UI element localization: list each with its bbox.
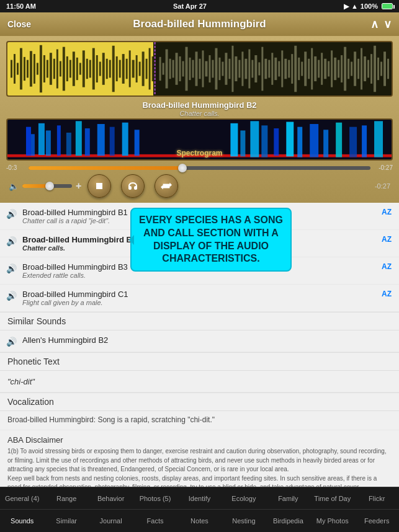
svg-rect-119 (46, 130, 51, 156)
svg-rect-86 (294, 46, 297, 92)
nav-row-1: General (4) Range Behavior Photos (5) Id… (0, 487, 399, 510)
svg-rect-26 (96, 55, 98, 82)
svg-rect-50 (176, 53, 178, 85)
svg-rect-62 (215, 48, 217, 90)
headphone-button[interactable] (121, 174, 145, 198)
speaker-icon[interactable]: 🔊 (6, 236, 17, 246)
svg-rect-109 (370, 54, 372, 84)
track-name: Broad-billed Hummingbird B2 (6, 100, 393, 110)
svg-rect-138 (349, 127, 357, 157)
headphone-icon (127, 181, 138, 191)
svg-rect-60 (208, 55, 210, 82)
time-start: -0:3 (6, 164, 25, 171)
nav-range[interactable]: Range (44, 487, 88, 509)
nav-flickr[interactable]: Flickr (355, 487, 399, 509)
nav-general[interactable]: General (4) (0, 487, 44, 509)
svg-rect-136 (323, 130, 328, 157)
svg-rect-76 (261, 47, 263, 91)
svg-rect-94 (321, 53, 323, 85)
svg-rect-4 (24, 57, 25, 81)
svg-rect-1 (14, 54, 16, 84)
recording-item[interactable]: 🔊 Broad-billed Hummingbird C1 Flight cal… (0, 285, 399, 312)
progress-fill (29, 166, 182, 170)
nav-facts[interactable]: Facts (133, 510, 177, 532)
svg-rect-93 (318, 60, 320, 78)
svg-rect-140 (374, 121, 383, 157)
prev-button[interactable]: ∧ (370, 19, 379, 30)
nav-birdipedia[interactable]: Birdipedia (266, 510, 310, 532)
svg-rect-0 (11, 60, 12, 78)
svg-rect-124 (97, 124, 105, 156)
speaker-icon[interactable]: 🔊 (6, 209, 17, 219)
close-button[interactable]: Close (7, 19, 31, 29)
phonetic-text: "chi-dit" (7, 377, 35, 386)
progress-bar[interactable] (29, 166, 370, 170)
svg-rect-29 (106, 59, 108, 79)
nav-similar[interactable]: Similar (44, 510, 88, 532)
volume-icon: 🔈 (9, 182, 19, 191)
svg-rect-127 (135, 130, 140, 156)
nav-behavior[interactable]: Behavior (89, 487, 133, 509)
az-badge[interactable]: AZ (382, 290, 392, 298)
svg-rect-57 (199, 59, 201, 79)
svg-rect-12 (50, 53, 52, 85)
waveform-display[interactable] (6, 41, 393, 97)
svg-rect-134 (297, 127, 302, 157)
svg-rect-96 (328, 61, 330, 77)
svg-rect-99 (338, 60, 339, 78)
audio-player: Broad-billed Hummingbird B2 Chatter call… (0, 36, 399, 203)
svg-rect-85 (291, 54, 293, 84)
next-button[interactable]: ∨ (383, 19, 392, 30)
az-badge[interactable]: AZ (382, 208, 392, 216)
svg-rect-48 (169, 59, 171, 79)
nav-nesting[interactable]: Nesting (222, 510, 266, 532)
speaker-icon[interactable]: 🔊 (6, 337, 17, 347)
svg-rect-24 (89, 60, 91, 78)
svg-rect-137 (336, 123, 342, 157)
nav-photos[interactable]: Photos (5) (133, 487, 177, 509)
page-title: Broad-billed Hummingbird (133, 18, 266, 30)
nav-notes[interactable]: Notes (177, 510, 222, 532)
wifi-icon: ▲ (351, 2, 358, 10)
track-desc: Chatter calls. (6, 110, 393, 117)
vocalization-header: Vocalization (0, 392, 399, 411)
svg-rect-82 (281, 50, 283, 87)
az-badge[interactable]: AZ (382, 262, 392, 271)
repeat-button[interactable] (155, 174, 178, 198)
svg-rect-89 (304, 51, 307, 86)
svg-rect-135 (310, 124, 318, 157)
similar-sounds-item[interactable]: 🔊 Allen's Hummingbird B2 (0, 330, 399, 352)
callout-text: EVERY SPECIES HAS A SONG AND CALL SECTIO… (139, 215, 283, 264)
volume-plus-button[interactable]: + (76, 180, 81, 192)
svg-rect-17 (66, 56, 68, 81)
nav-timeofday[interactable]: Time of Day (310, 487, 354, 509)
nav-identify[interactable]: Identify (177, 487, 222, 509)
nav-sounds[interactable]: Sounds (0, 510, 44, 532)
nav-family[interactable]: Family (266, 487, 310, 509)
app-header: Close Broad-billed Hummingbird ∧ ∨ (0, 12, 399, 36)
stop-icon (95, 182, 104, 190)
svg-rect-37 (132, 60, 135, 78)
volume-bar[interactable] (22, 184, 72, 188)
stop-button[interactable] (87, 174, 111, 198)
az-badge[interactable]: AZ (382, 235, 392, 244)
svg-rect-71 (244, 59, 247, 79)
svg-rect-72 (248, 49, 250, 88)
speaker-icon[interactable]: 🔊 (6, 291, 17, 301)
vocalization-text: Broad-billed Hummingbird: Song is a rapi… (7, 415, 215, 424)
nav-journal[interactable]: Journal (89, 510, 133, 532)
svg-rect-38 (136, 55, 138, 82)
svg-rect-23 (86, 59, 88, 79)
svg-rect-107 (364, 56, 366, 81)
callout-tooltip: EVERY SPECIES HAS A SONG AND CALL SECTIO… (130, 208, 292, 272)
speaker-icon[interactable]: 🔊 (6, 264, 17, 273)
recording-text: Broad-billed Hummingbird C1 Flight call … (22, 290, 377, 306)
nav-myphotos[interactable]: My Photos (310, 510, 354, 532)
nav-feeders[interactable]: Feeders (355, 510, 399, 532)
svg-rect-3 (20, 48, 22, 90)
nav-ecology[interactable]: Ecology (222, 487, 266, 509)
svg-rect-75 (258, 62, 260, 75)
svg-rect-32 (116, 56, 118, 81)
svg-rect-106 (361, 48, 362, 90)
svg-rect-91 (311, 48, 313, 90)
